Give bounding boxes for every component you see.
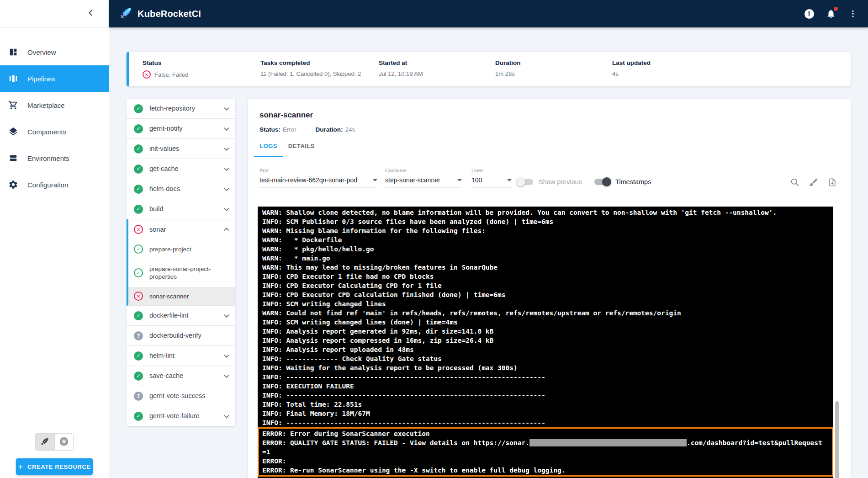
summary-field-last-updated: Last updated4s [612,59,651,77]
sidebar-header [0,0,109,27]
sidebar-item-label: Environments [27,154,69,162]
notifications-bell-icon[interactable] [825,8,837,20]
chevron-down-icon [222,204,232,214]
container-select[interactable]: Container step-sonar-scanner [385,168,462,187]
chevron-down-icon [222,371,232,381]
chevron-down-icon [222,124,232,134]
log-line: WARN: * main.go [262,254,829,263]
tree-item-helm-docs[interactable]: ✓helm-docs [127,179,235,199]
tree-item-prepare-project[interactable]: ✓prepare-project [128,239,235,259]
timestamps-toggle[interactable]: Timestamps [594,178,651,186]
tree-item-gerrit-notify[interactable]: ✓gerrit-notify [127,119,235,139]
switch-thumb [516,177,525,186]
sidebar-item-label: Overview [27,48,56,56]
marketplace-icon [8,100,19,111]
tab-logs[interactable]: LOGS [254,135,283,157]
summary-field-text: 1m 28s [495,70,515,77]
sidebar-item-components[interactable]: Components [0,118,109,145]
error-circle-icon: ✕ [143,70,151,79]
show-previous-toggle[interactable]: Show previous [518,178,582,186]
tree-item-sonar[interactable]: ✕sonar [128,219,235,239]
log-line: INFO: EXECUTION FAILURE [262,382,829,391]
lines-select[interactable]: Lines 100 [471,168,512,187]
dropdown-caret-icon [507,179,512,181]
log-line: WARN: * pkg/hello/hello.go [262,244,829,254]
log-line: INFO: Final Memory: 18M/67M [262,409,829,418]
sidebar-item-pipelines[interactable]: Pipelines [0,65,109,92]
sidebar-item-environments[interactable]: Environments [0,145,109,171]
tree-item-gerrit-vote-success[interactable]: ?gerrit-vote-success [127,386,235,406]
log-error-line: =1 [262,447,829,457]
tree-item-save-cache[interactable]: ✓save-cache [127,366,235,386]
tree-item-fetch-repository[interactable]: ✓fetch-repository [127,99,235,119]
clear-logs-brush-icon[interactable] [808,177,819,188]
create-resource-button[interactable]: + CREATE RESOURCE [16,458,93,475]
pod-select-label: Pod [259,168,377,173]
duration-value: 24s [345,126,355,133]
info-icon[interactable]: i [803,8,815,20]
chevron-left-icon [85,8,95,19]
sidebar-item-label: Components [27,128,66,136]
check-circle-icon: ✓ [134,372,143,381]
log-error-block: ERROR: Error during SonarScanner executi… [258,427,833,477]
log-line: INFO: ----------------------------------… [262,418,829,427]
tree-item-dockerfile-lint[interactable]: ✓dockerfile-lint [127,306,235,326]
tree-item-get-cache[interactable]: ✓get-cache [127,159,235,179]
search-logs-icon[interactable] [789,177,800,188]
more-menu-icon[interactable] [847,8,859,20]
status-label: Status: [259,126,281,133]
kubernetes-view-toggle[interactable] [54,434,73,450]
error-circle-icon: ✕ [134,292,143,301]
terminal-scrollbar[interactable] [835,401,839,478]
check-circle-icon: ✓ [134,311,143,320]
check-outline-icon: ✓ [134,268,143,277]
dropdown-caret-icon [457,179,462,181]
pod-select[interactable]: Pod test-main-review-662qn-sonar-pod [259,168,377,187]
download-logs-icon[interactable] [827,177,838,188]
log-line: INFO: ----------------------------------… [262,372,829,382]
top-bar: KubeRocketCI i [109,0,868,27]
tree-item-label: save-cache [149,372,222,380]
tree-item-gerrit-vote-failure[interactable]: ✓gerrit-vote-failure [127,406,235,426]
log-line: INFO: SCM Publisher 0/3 source files hav… [262,217,829,226]
sidebar-collapse-button[interactable] [83,6,98,21]
check-circle-icon: ✓ [134,124,143,133]
check-circle-icon: ✓ [134,185,143,194]
tree-item-dockerbuild-verify[interactable]: ?dockerbuild-verify [127,326,235,346]
tab-details[interactable]: DETAILS [283,135,320,157]
tree-item-label: sonar [149,226,222,234]
tree-item-sonar-scanner[interactable]: ✕sonar-scanner [128,287,235,305]
app-header: KubeRocketCI i [0,0,868,27]
log-line: INFO: ----------------------------------… [262,391,829,400]
tree-item-prepare-sonar-project-properties[interactable]: ✓prepare-sonar-project-properties [128,259,235,287]
sidebar-item-configuration[interactable]: Configuration [0,171,109,198]
show-previous-label: Show previous [539,178,582,186]
notification-badge [834,7,838,11]
environments-icon [8,153,19,164]
sidebar-item-overview[interactable]: Overview [0,39,109,65]
components-icon [8,126,19,137]
tree-item-build[interactable]: ✓build [127,199,235,219]
chevron-down-icon [222,184,232,194]
log-error-line: ERROR: Re-run SonarScanner using the -X … [262,466,829,475]
dropdown-caret-icon [373,179,377,181]
summary-field-label: Last updated [612,59,651,66]
header-actions: i [803,8,859,20]
pod-select-value: test-main-review-662qn-sonar-pod [259,176,357,184]
log-line: INFO: Analysis report generated in 92ms,… [262,327,829,336]
app-logo: KubeRocketCI [119,6,201,21]
pipeline-run-summary: Status✕False, FailedTasks completed11 (F… [127,52,851,86]
chevron-down-icon [222,311,232,321]
check-circle-icon: ✓ [134,144,143,154]
tree-item-init-values[interactable]: ✓init-values [127,139,235,159]
chevron-down-icon [222,351,232,361]
summary-field-value: 11 (Failed: 1, Cancelled 0), Skipped: 2 [260,70,361,77]
summary-field-label: Duration [495,59,521,66]
summary-field-value: ✕False, Failed [143,70,188,79]
chevron-down-icon [222,411,232,421]
feather-view-toggle[interactable] [36,434,54,450]
pipelines-icon [8,73,19,84]
sidebar-item-marketplace[interactable]: Marketplace [0,92,109,118]
redacted-block [529,439,687,446]
tree-item-helm-lint[interactable]: ✓helm-lint [127,346,235,366]
